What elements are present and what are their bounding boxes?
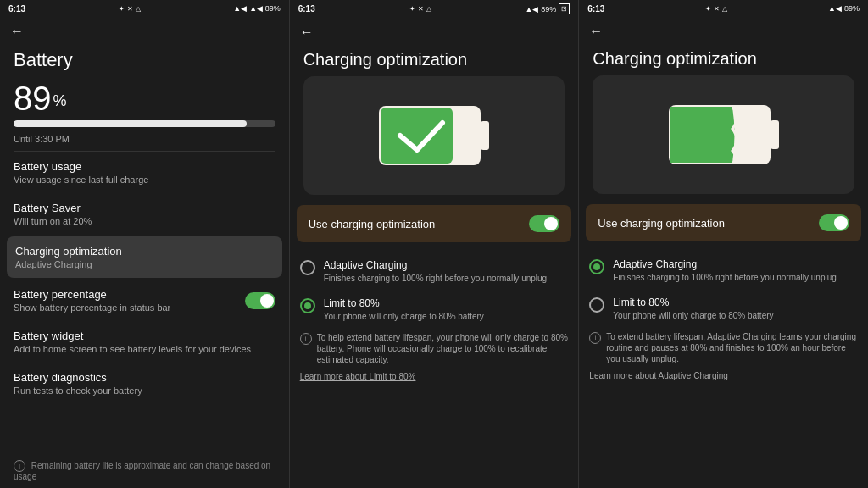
radio-content-adaptive-1: Adaptive Charging Finishes charging to 1… <box>324 259 548 284</box>
charging-toggle-switch-2[interactable] <box>819 214 849 231</box>
back-button-1[interactable]: ← <box>10 24 24 39</box>
status-icons-2: ✦ ✕ △ <box>409 5 431 13</box>
menu-item-subtitle-battery-pct: Show battery percentage in status bar <box>14 302 170 313</box>
status-bar-3: 6:13 ✦ ✕ △ ▲◀ 89% <box>579 0 868 17</box>
charging-toggle-switch-1[interactable] <box>529 215 559 232</box>
svg-rect-2 <box>381 108 453 164</box>
toggle-knob-1 <box>544 217 558 230</box>
menu-item-battery-pct[interactable]: Battery percentage Show battery percenta… <box>0 280 289 321</box>
back-button-2[interactable]: ← <box>300 25 314 40</box>
menu-item-title-battery-pct: Battery percentage <box>14 288 170 301</box>
battery-number: 89 <box>14 81 52 115</box>
charging-screen-1: 6:13 ✦ ✕ △ ▲◀ 89% ⊡ ← Charging optimizat… <box>290 0 580 488</box>
menu-item-battery-usage[interactable]: Battery usage View usage since last full… <box>0 152 289 193</box>
menu-item-battery-diag[interactable]: Battery diagnostics Run tests to check y… <box>0 363 289 404</box>
x-icon-1: ✕ <box>127 5 133 13</box>
x-icon-2: ✕ <box>418 5 424 13</box>
svg-rect-4 <box>771 120 779 149</box>
bell-icon-2: △ <box>426 5 431 13</box>
signal-icon-2: ▲◀ <box>525 5 538 14</box>
menu-item-title-battery-diag: Battery diagnostics <box>14 371 275 384</box>
learn-more-1[interactable]: Learn more about Limit to 80% <box>290 369 579 385</box>
radio-title-adaptive-1: Adaptive Charging <box>324 259 548 271</box>
radio-dot-limit80-1 <box>304 302 311 309</box>
bell-icon-1: △ <box>136 5 141 13</box>
info-icon-footer: i <box>14 460 25 472</box>
radio-limit80-1[interactable]: Limit to 80% Your phone will only charge… <box>290 291 579 329</box>
radio-content-limit80-1: Limit to 80% Your phone will only charge… <box>324 297 484 322</box>
radio-circle-adaptive-1 <box>300 260 315 275</box>
menu-item-text-battery-pct: Battery percentage Show battery percenta… <box>14 288 170 313</box>
status-icons-3: ✦ ✕ △ <box>705 5 727 13</box>
battery-bar-container <box>0 117 289 130</box>
radio-subtitle-limit80-1: Your phone will only charge to 80% batte… <box>324 311 484 322</box>
status-right-2: ▲◀ 89% ⊡ <box>525 3 570 14</box>
radio-adaptive-2[interactable]: Adaptive Charging Finishes charging to 1… <box>579 252 868 290</box>
radio-limit80-2[interactable]: Limit to 80% Your phone will only charge… <box>579 290 868 328</box>
menu-item-charging-opt[interactable]: Charging optimization Adaptive Charging <box>7 236 282 278</box>
status-bar-2: 6:13 ✦ ✕ △ ▲◀ 89% ⊡ <box>290 0 579 18</box>
radio-subtitle-adaptive-2: Finishes charging to 100% right before y… <box>613 272 837 283</box>
menu-item-subtitle-battery-usage: View usage since last full charge <box>14 175 275 185</box>
status-icons-1: ✦ ✕ △ <box>119 5 141 13</box>
notification-icon-1: ✦ <box>119 5 125 13</box>
charging-title-2: Charging optimization <box>579 42 868 75</box>
battery-svg-2 <box>665 97 783 173</box>
battery-illustration-2 <box>593 75 854 194</box>
status-time-1: 6:13 <box>8 4 25 14</box>
back-button-3[interactable]: ← <box>589 24 603 39</box>
radio-content-adaptive-2: Adaptive Charging Finishes charging to 1… <box>613 258 837 283</box>
radio-circle-limit80-2 <box>589 297 604 313</box>
nav-bar-2: ← <box>290 18 579 43</box>
toggle-knob-2 <box>834 216 848 230</box>
menu-item-subtitle-battery-widget: Add to home screen to see battery levels… <box>14 344 275 354</box>
radio-subtitle-adaptive-1: Finishes charging to 100% right before y… <box>324 273 548 284</box>
status-bar-1: 6:13 ✦ ✕ △ ▲◀ ▲◀ 89% <box>0 0 289 17</box>
info-text-1: To help extend battery lifespan, your ph… <box>317 332 569 365</box>
svg-rect-1 <box>481 121 489 150</box>
battery-until-text: Until 3:30 PM <box>0 130 289 151</box>
info-row-1: i To help extend battery lifespan, your … <box>290 329 579 369</box>
expand-icon[interactable]: ⊡ <box>559 3 570 14</box>
charging-toggle-row-2[interactable]: Use charging optimization <box>586 204 861 241</box>
charging-toggle-label-2: Use charging optimization <box>598 217 725 230</box>
menu-item-subtitle-battery-saver: Will turn on at 20% <box>14 216 275 226</box>
charging-title-1: Charging optimization <box>290 43 579 76</box>
radio-subtitle-limit80-2: Your phone will only charge to 80% batte… <box>613 310 773 321</box>
battery-footer: i Remaining battery life is approximate … <box>0 453 289 488</box>
charging-toggle-label-1: Use charging optimization <box>309 218 436 230</box>
radio-circle-adaptive-2 <box>589 259 604 274</box>
radio-title-adaptive-2: Adaptive Charging <box>613 258 837 270</box>
learn-more-2[interactable]: Learn more about Adaptive Charging <box>579 368 868 384</box>
battery-illustration-1 <box>303 76 565 195</box>
radio-circle-limit80-1 <box>300 298 315 313</box>
toggle-knob <box>260 294 274 308</box>
battery-screen: 6:13 ✦ ✕ △ ▲◀ ▲◀ 89% ← Battery 89 % Unti… <box>0 0 290 488</box>
menu-item-title-battery-usage: Battery usage <box>14 160 275 173</box>
battery-percent-sign: % <box>53 92 67 110</box>
radio-content-limit80-2: Limit to 80% Your phone will only charge… <box>613 297 773 321</box>
battery-pct-toggle[interactable] <box>245 292 275 309</box>
charging-toggle-row-1[interactable]: Use charging optimization <box>297 205 572 242</box>
menu-item-title-battery-saver: Battery Saver <box>14 202 275 214</box>
battery-bar-background <box>14 120 275 127</box>
signal-icon-3: ▲◀ <box>828 4 842 13</box>
signal-icon-1: ▲◀ <box>233 4 247 13</box>
info-text-2: To extend battery lifespan, Adaptive Cha… <box>606 331 858 364</box>
menu-item-subtitle-charging-opt: Adaptive Charging <box>15 259 274 269</box>
info-row-2: i To extend battery lifespan, Adaptive C… <box>579 328 868 368</box>
radio-adaptive-1[interactable]: Adaptive Charging Finishes charging to 1… <box>290 252 579 291</box>
menu-item-subtitle-battery-diag: Run tests to check your battery <box>14 385 275 396</box>
x-icon-3: ✕ <box>714 5 720 13</box>
status-right-3: ▲◀ 89% <box>828 4 860 13</box>
screens-container: 6:13 ✦ ✕ △ ▲◀ ▲◀ 89% ← Battery 89 % Unti… <box>0 0 868 488</box>
menu-item-battery-saver[interactable]: Battery Saver Will turn on at 20% <box>0 193 289 235</box>
status-time-2: 6:13 <box>298 4 315 14</box>
info-icon-2: i <box>589 332 601 344</box>
battery-bar-fill <box>14 120 247 127</box>
menu-item-battery-widget[interactable]: Battery widget Add to home screen to see… <box>0 321 289 363</box>
status-right-1: ▲◀ ▲◀ 89% <box>233 4 280 13</box>
info-icon-1: i <box>300 333 312 345</box>
radio-title-limit80-1: Limit to 80% <box>324 297 484 309</box>
battery-icon-1: ▲◀ 89% <box>249 4 280 13</box>
